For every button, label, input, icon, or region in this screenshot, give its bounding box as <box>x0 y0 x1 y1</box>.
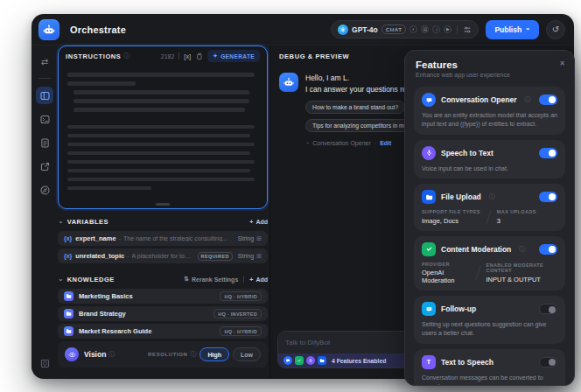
dataset-folder-icon <box>64 291 74 301</box>
sidebar-item-explore[interactable] <box>36 181 53 199</box>
variable-row[interactable]: {x} unrelated_topic - A placeholder for … <box>58 248 268 263</box>
text-to-speech-toggle[interactable] <box>539 357 557 368</box>
skeleton-line <box>67 134 250 138</box>
variable-token-icon: {x} <box>64 253 72 259</box>
text-to-speech-icon: T <box>422 355 436 369</box>
file-upload-toggle[interactable] <box>539 192 557 202</box>
features-enabled-label: 4 Features Enabled <box>332 358 386 364</box>
speech-to-text-toggle[interactable] <box>539 148 557 158</box>
model-settings-sliders-icon[interactable] <box>463 22 472 38</box>
info-icon: ⓘ <box>489 192 495 201</box>
opener-note-icon: ◔ <box>305 140 309 146</box>
sidebar-item-export[interactable] <box>36 158 53 175</box>
add-label: Add <box>256 219 268 225</box>
capability-icon-2: ▤ <box>421 25 429 33</box>
feature-name: Follow-up <box>441 304 476 313</box>
variable-token-icon[interactable]: [x] <box>184 53 191 60</box>
sidebar-item-logs[interactable] <box>36 134 53 151</box>
field-type-icon[interactable]: ⊞ <box>256 253 262 260</box>
knowledge-badge: HQ · HYBRID <box>220 291 262 301</box>
history-icon: ↺ <box>552 24 559 34</box>
add-variable-button[interactable]: +Add <box>249 219 268 225</box>
feature-card-speech-to-text: Speech to Text Voice input can be used i… <box>414 140 565 179</box>
generate-button[interactable]: ✦ GENERATE <box>207 50 260 62</box>
divider <box>457 25 458 34</box>
rerank-settings-button[interactable]: ⇅Rerank Settings <box>184 276 238 283</box>
instructions-panel[interactable]: INSTRUCTIONS ⓘ 2182 [x] ✦ GENERATE <box>58 46 268 209</box>
features-subtitle: Enhance web app user experience <box>416 72 564 78</box>
frame-toggle-icon[interactable] <box>36 354 53 372</box>
feature-desc: You are an entity extraction model that … <box>422 111 557 129</box>
field-value: INPUT & OUTPUT <box>486 276 557 284</box>
info-icon: ⓘ <box>108 350 115 359</box>
divider <box>475 266 480 280</box>
feature-name: File Upload <box>441 192 481 201</box>
field-value: 3 <box>497 217 536 225</box>
resize-handle[interactable] <box>156 203 170 206</box>
feature-card-file-upload: File Upload ⓘ SUPPORT FILE TYPES Image, … <box>414 184 565 231</box>
variables-title: VARIABLES <box>67 218 108 226</box>
resolution-low-button[interactable]: Low <box>233 347 261 361</box>
folder-icon <box>422 190 436 204</box>
variables-section: ⌄ VARIABLES +Add {x} expert_name - The n… <box>58 215 268 266</box>
conversation-opener-toggle[interactable] <box>539 94 557 105</box>
skeleton-gap <box>67 116 258 120</box>
info-icon: ⓘ <box>123 52 130 60</box>
suggested-question-chip[interactable]: How to make a brand stand out? <box>305 101 405 114</box>
field-type-icon[interactable]: ⊞ <box>256 235 262 242</box>
feature-name: Text to Speech <box>441 358 494 367</box>
capability-icon-4: ▶ <box>444 25 452 33</box>
skeleton-line <box>67 178 255 182</box>
model-name: GPT-4o <box>352 25 378 34</box>
divider <box>178 52 179 60</box>
swap-model-icon[interactable]: ⇄ <box>36 52 53 70</box>
required-badge: REQUIRED <box>198 252 233 261</box>
divider <box>38 78 51 79</box>
char-count: 2182 <box>161 53 175 60</box>
publish-button[interactable]: Publish ⌄ <box>486 20 539 39</box>
capability-icon-1: ◐ <box>410 25 417 33</box>
feature-desc: Conversation messages can be converted t… <box>422 374 557 386</box>
feature-desc: Voice input can be used in chat. <box>422 164 557 173</box>
variable-desc: The name of the strategic consulting... <box>123 235 233 242</box>
close-icon[interactable]: ✕ <box>559 60 565 67</box>
knowledge-row[interactable]: Marketing Basics HQ · HYBRID <box>58 289 268 304</box>
bot-avatar <box>279 73 298 92</box>
feature-name: Content Moderation <box>441 245 511 254</box>
knowledge-name: Marketing Basics <box>79 292 220 300</box>
knowledge-row[interactable]: Brand Strategy HQ · INVERTED <box>58 306 268 321</box>
instructions-text-skeleton[interactable] <box>59 66 267 190</box>
conversation-opener-icon <box>422 93 436 107</box>
app-logo-robot-icon <box>38 19 60 40</box>
plus-icon: + <box>249 276 253 283</box>
knowledge-name: Brand Strategy <box>79 310 214 318</box>
variable-name: expert_name <box>75 234 116 242</box>
sidebar-item-terminal[interactable] <box>36 110 53 128</box>
add-knowledge-button[interactable]: +Add <box>249 276 268 283</box>
follow-up-toggle[interactable] <box>539 304 557 314</box>
knowledge-badge: HQ · INVERTED <box>214 309 262 318</box>
content-moderation-toggle[interactable] <box>539 244 557 255</box>
resolution-high-button[interactable]: High <box>200 347 229 361</box>
variable-row[interactable]: {x} expert_name - The name of the strate… <box>58 231 268 246</box>
file-upload-icon <box>318 356 326 365</box>
skeleton-line <box>67 169 250 173</box>
knowledge-row[interactable]: Market Research Guide HQ · HYBRID <box>58 324 268 339</box>
skeleton-line <box>67 151 250 156</box>
copy-icon[interactable] <box>195 48 203 64</box>
variable-desc: A placeholder for topics... <box>132 253 194 259</box>
model-selector[interactable]: GPT-4o CHAT ◐ ▤ ♪ ▶ <box>331 20 479 38</box>
sparkle-icon: ✦ <box>213 52 218 60</box>
vision-setting-row: Vision ⓘ RESOLUTION ⓘ High Low <box>58 341 268 368</box>
history-button[interactable]: ↺ <box>546 20 565 39</box>
instructions-title: INSTRUCTIONS <box>66 52 121 60</box>
skeleton-line <box>67 160 255 164</box>
skeleton-line <box>67 186 151 191</box>
skeleton-line <box>67 143 255 147</box>
chevron-down-icon: ⌄ <box>525 24 530 32</box>
rerank-label: Rerank Settings <box>192 276 238 283</box>
sidebar-item-orchestrate[interactable] <box>36 87 53 104</box>
edit-opener-link[interactable]: Edit <box>380 140 391 146</box>
skeleton-line <box>74 90 249 94</box>
skeleton-line <box>67 81 136 86</box>
